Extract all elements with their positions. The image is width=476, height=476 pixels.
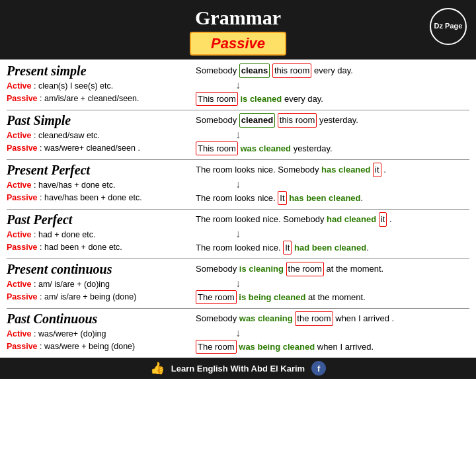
right-col-past-continuous: Somebody was cleaning the room when I ar… (192, 311, 469, 355)
left-col-past-simple: Past Simple Active : cleaned/saw etc. Pa… (7, 113, 192, 155)
section-title-present-simple: Present simple (7, 63, 192, 79)
example-active-past-perfect: The room looked nice. Somebody had clean… (196, 212, 469, 227)
dz-page-badge: Dz Page (430, 8, 467, 45)
section-title-past-perfect: Past Perfect (7, 212, 192, 227)
passive-rule-past-continuous: Passive : was/were + being (done) (7, 340, 192, 353)
arrow-present-simple: ↓ (196, 79, 469, 91)
example-active-past-continuous: Somebody was cleaning the room when I ar… (196, 311, 469, 326)
example-active-present-continuous: Somebody is cleaning the room at the mom… (196, 262, 469, 276)
active-rule-past-continuous: Active : was/were+ (do)ing (7, 328, 192, 340)
active-rule-past-simple: Active : cleaned/saw etc. (7, 130, 192, 142)
arrow-past-continuous: ↓ (196, 327, 469, 339)
active-rule-past-perfect: Active : had + done etc. (7, 229, 192, 241)
content-area: Present simple Active : clean(s) I see(s… (0, 60, 476, 358)
right-col-present-simple: Somebody cleans this room every day. ↓ T… (192, 63, 469, 107)
arrow-present-perfect: ↓ (196, 178, 469, 190)
left-col-present-perfect: Present Perfect Active : have/has + done… (7, 163, 192, 204)
passive-rule-past-perfect: Passive : had been + done etc. (7, 241, 192, 254)
section-title-past-simple: Past Simple (7, 113, 192, 128)
example-active-past-simple: Somebody cleaned this room yesterday. (196, 113, 469, 128)
footer-text: Learn English With Abd El Karim (171, 364, 305, 374)
passive-rule-present-perfect: Passive : have/has been + done etc. (7, 192, 192, 204)
right-col-past-perfect: The room looked nice. Somebody had clean… (192, 212, 469, 256)
example-passive-past-simple: This room was cleaned yesterday. (196, 141, 469, 156)
right-col-present-continuous: Somebody is cleaning the room at the mom… (192, 262, 469, 305)
example-passive-present-perfect: The room looks nice. It has been cleaned… (196, 191, 469, 206)
example-active-present-perfect: The room looks nice. Somebody has cleane… (196, 163, 469, 177)
section-title-present-perfect: Present Perfect (7, 163, 192, 178)
arrow-past-simple: ↓ (196, 129, 469, 141)
right-col-present-perfect: The room looks nice. Somebody has cleane… (192, 163, 469, 206)
left-col-past-perfect: Past Perfect Active : had + done etc. Pa… (7, 212, 192, 254)
section-present-perfect: Present Perfect Active : have/has + done… (7, 160, 469, 210)
active-rule-present-continuous: Active : am/ is/are + (do)ing (7, 278, 192, 291)
section-title-present-continuous: Present continuous (7, 262, 192, 277)
header: Grammar Passive Dz Page (0, 0, 476, 60)
section-past-perfect: Past Perfect Active : had + done etc. Pa… (7, 210, 469, 259)
page-title: Grammar (0, 7, 476, 29)
left-col-present-simple: Present simple Active : clean(s) I see(s… (7, 63, 192, 105)
passive-rule-past-simple: Passive : was/were+ cleaned/seen . (7, 142, 192, 155)
footer: 👍 Learn English With Abd El Karim f (0, 358, 476, 379)
section-title-past-continuous: Past Continuous (7, 311, 192, 327)
arrow-present-continuous: ↓ (196, 278, 469, 290)
passive-label: Passive (211, 35, 265, 52)
passive-rule-present-continuous: Passive : am/ is/are + being (done) (7, 291, 192, 303)
active-rule-present-perfect: Active : have/has + done etc. (7, 179, 192, 192)
arrow-past-perfect: ↓ (196, 228, 469, 240)
facebook-icon: f (311, 361, 326, 376)
example-active-present-simple: Somebody cleans this room every day. (196, 63, 469, 78)
section-past-continuous: Past Continuous Active : was/were+ (do)i… (7, 309, 469, 358)
example-passive-past-continuous: The room was being cleaned when I arrive… (196, 340, 469, 354)
example-passive-past-perfect: The room looked nice. It had been cleane… (196, 241, 469, 255)
example-passive-present-simple: This room is cleaned every day. (196, 92, 469, 106)
thumbs-up-icon: 👍 (150, 361, 165, 376)
passive-rule-present-simple: Passive : am/is/are + cleaned/seen. (7, 93, 192, 105)
left-col-past-continuous: Past Continuous Active : was/were+ (do)i… (7, 311, 192, 353)
left-col-present-continuous: Present continuous Active : am/ is/are +… (7, 262, 192, 303)
active-rule-present-simple: Active : clean(s) I see(s) etc. (7, 80, 192, 93)
right-col-past-simple: Somebody cleaned this room yesterday. ↓ … (192, 113, 469, 157)
example-passive-present-continuous: The room is being cleaned at the moment. (196, 290, 469, 305)
section-present-simple: Present simple Active : clean(s) I see(s… (7, 61, 469, 110)
section-past-simple: Past Simple Active : cleaned/saw etc. Pa… (7, 110, 469, 160)
section-present-continuous: Present continuous Active : am/ is/are +… (7, 259, 469, 309)
